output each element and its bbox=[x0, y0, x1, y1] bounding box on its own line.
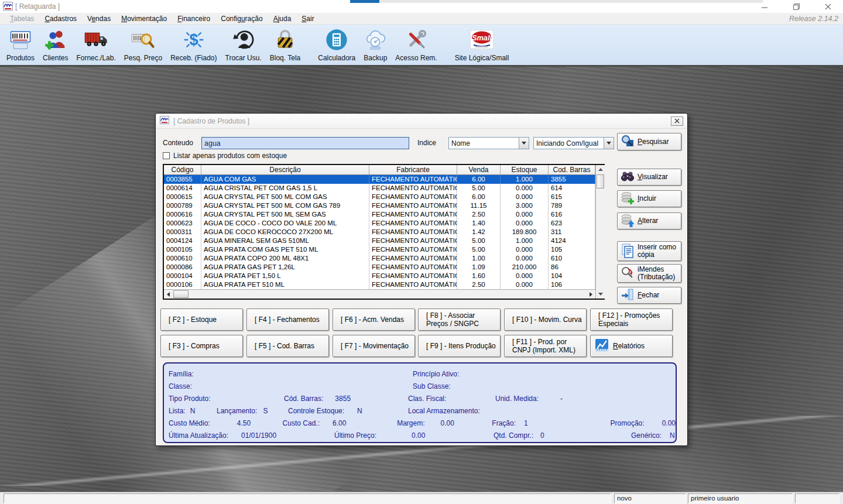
toolbar-receb-fiado[interactable]: $ Receb. (Fiado) bbox=[166, 26, 221, 62]
fkey-button-f8associarpreo[interactable]: [ F8 ] - Associar Preços / SNGPC bbox=[418, 308, 501, 331]
info-field: Custo Cad.:6.00 bbox=[283, 419, 397, 427]
toolbar-site-logica[interactable]: Small Site Lógica/Small bbox=[451, 26, 513, 62]
toolbar-bloq-tela[interactable]: Bloq. Tela bbox=[266, 26, 304, 62]
table-row[interactable]: 0000610AGUA PRATA COPO 200 ML 48X1FECHAM… bbox=[164, 254, 595, 263]
alterar-button[interactable]: Alterar bbox=[617, 212, 681, 229]
visualizar-button[interactable]: Visualizar bbox=[617, 169, 681, 186]
table-row[interactable]: 0000106AGUA PRATA PET 510 MLFECHAMENTO A… bbox=[164, 280, 595, 289]
pesquisar-button[interactable]: Pesquisar bbox=[617, 133, 681, 150]
conteudo-input[interactable] bbox=[201, 137, 409, 149]
fkey-button-f2estoque[interactable]: [ F2 ] - Estoque bbox=[160, 308, 243, 331]
table-row[interactable]: 0000623AGUA DE COCO - COCO DO VALE 200 M… bbox=[164, 219, 595, 228]
fkey-button-f12promoesespe[interactable]: [ F12 ] - Promoções Especiais bbox=[590, 308, 673, 331]
horizontal-scrollbar[interactable] bbox=[164, 289, 595, 299]
table-cell: 0000614 bbox=[164, 184, 201, 193]
info-label: Local Armazenamento: bbox=[408, 407, 480, 415]
table-row[interactable]: 0000616AGUA CRYSTAL PET 500 ML SEM GASFE… bbox=[164, 210, 595, 219]
table-row[interactable]: 0000615AGUA CRYSTAL PET 500 ML COM GASFE… bbox=[164, 193, 595, 201]
column-header[interactable]: Fabricante bbox=[369, 165, 457, 175]
info-label: Sub Classe: bbox=[413, 382, 451, 390]
fkey-button-f5codbarras[interactable]: [ F5 ] - Cod. Barras bbox=[246, 335, 329, 357]
table-row[interactable]: 0000086AGUA PRATA GAS PET 1,26LFECHAMENT… bbox=[164, 263, 595, 272]
table-cell: 311 bbox=[549, 228, 595, 236]
table-cell: 5.00 bbox=[457, 184, 501, 193]
fkey-button-f3compras[interactable]: [ F3 ] - Compras bbox=[160, 335, 243, 357]
fkey-button-f4fechamentos[interactable]: [ F4 ] - Fechamentos bbox=[246, 308, 329, 331]
toolbar-pesq-preco[interactable]: Pesq. Preço bbox=[120, 26, 166, 62]
menu-sair[interactable]: Sair bbox=[296, 13, 319, 24]
toolbar-clientes[interactable]: Clientes bbox=[39, 26, 72, 62]
chevron-down-icon[interactable] bbox=[519, 138, 529, 149]
fkey-button-f10movimcurva[interactable]: [ F10 ] - Movim. Curva bbox=[504, 308, 587, 331]
info-label: Cód. Barras: bbox=[284, 395, 323, 403]
fkey-button-f9itensproduo[interactable]: [ F9 ] - Itens Produção bbox=[418, 335, 501, 357]
menu-movimentacao[interactable]: Movimentação bbox=[116, 13, 172, 24]
menu-ajuda[interactable]: Ajuda bbox=[268, 13, 297, 24]
table-cell: AGUA CRYSTAL PET 500 ML COM GAS 789 bbox=[201, 201, 369, 210]
checkbox-box[interactable] bbox=[163, 152, 170, 159]
toolbar-trocar-usuario[interactable]: Trocar Usu. bbox=[221, 26, 266, 62]
chevron-down-icon[interactable] bbox=[604, 138, 614, 149]
info-label: Custo Médio: bbox=[169, 419, 210, 427]
table-row[interactable]: 0004124AGUA MINERAL SEM GAS 510MLFECHAME… bbox=[164, 236, 595, 245]
restore-button[interactable] bbox=[788, 1, 804, 12]
toolbar-backup[interactable]: Backup bbox=[359, 26, 391, 62]
fechar-button[interactable]: Fechar bbox=[617, 287, 681, 304]
scroll-right-icon[interactable] bbox=[587, 290, 595, 299]
menu-vendas[interactable]: Vendas bbox=[82, 13, 116, 24]
info-row: Última Atualização:01/01/1900Último Preç… bbox=[169, 429, 676, 441]
table-cell: 616 bbox=[549, 210, 595, 219]
dollar-icon: $ bbox=[182, 26, 205, 53]
relatorios-button[interactable]: Relatórios bbox=[590, 335, 673, 357]
info-field: Cód. Barras:3855 bbox=[284, 395, 408, 403]
scroll-left-icon[interactable] bbox=[164, 290, 173, 299]
toolbar-acesso-remoto[interactable]: Acesso Rem. bbox=[391, 26, 441, 62]
column-header[interactable]: Venda bbox=[457, 165, 501, 175]
fkey-button-f11prodporcnpj[interactable]: [ F11 ] - Prod. por CNPJ (Import. XML) bbox=[504, 335, 587, 357]
table-row[interactable]: 0000104AGUA PRATA PET 1,50 LFECHAMENTO A… bbox=[164, 272, 595, 280]
dialog-close-button[interactable] bbox=[671, 116, 683, 126]
binoculars-icon bbox=[621, 170, 635, 184]
table-row[interactable]: 0000105AGUA PRATA COM GAS PET 510 MLFECH… bbox=[164, 245, 595, 254]
table-row[interactable]: 0000789AGUA CRYSTAL PET 500 ML COM GAS 7… bbox=[164, 201, 595, 210]
menu-tabelas[interactable]: Tabelas bbox=[5, 13, 39, 24]
table-row[interactable]: 0000311AGUA DE COCO KEROCOCO 27X200 MLFE… bbox=[164, 228, 595, 236]
scroll-up-icon[interactable] bbox=[596, 165, 605, 174]
column-header[interactable]: Descrição bbox=[201, 165, 369, 175]
match-mode-select[interactable]: Iniciando Com/Igual bbox=[533, 137, 614, 149]
info-field: Sub Classe: bbox=[413, 382, 451, 390]
indice-select[interactable]: Nome bbox=[448, 137, 529, 149]
fkey-button-f6acmvendas[interactable]: [ F6 ] - Acm. Vendas bbox=[333, 308, 415, 331]
column-header[interactable]: Estoque bbox=[501, 165, 549, 175]
imendes-button[interactable]: iMendes (Tributação) bbox=[617, 264, 681, 283]
table-row[interactable]: 0000614AGUA CRISTAL PET COM GAS 1,5 LFEC… bbox=[164, 184, 595, 193]
toolbar-fornecedores[interactable]: Fornec./Lab. bbox=[72, 26, 119, 62]
vscroll-thumb[interactable] bbox=[597, 174, 604, 188]
table-cell: 2.50 bbox=[457, 280, 501, 289]
table-cell: 610 bbox=[549, 254, 595, 263]
info-value: 4.50 bbox=[237, 419, 251, 427]
menu-cadastros[interactable]: Cadastros bbox=[39, 13, 82, 24]
menu-financeiro[interactable]: Financeiro bbox=[172, 13, 215, 24]
info-label: Controle Estoque: bbox=[288, 407, 344, 415]
info-label: Custo Cad.: bbox=[283, 419, 320, 427]
incluir-button[interactable]: Incluir bbox=[617, 190, 681, 207]
hscroll-thumb[interactable] bbox=[173, 290, 189, 298]
close-button[interactable] bbox=[820, 1, 836, 12]
column-header[interactable]: Código bbox=[164, 165, 201, 175]
inserir-copia-button[interactable]: Inserir como cópia bbox=[617, 241, 681, 261]
toolbar-calculadora[interactable]: Calculadora bbox=[314, 26, 359, 62]
menu-configuracao[interactable]: Configuração bbox=[215, 13, 268, 24]
table-row[interactable]: 0003855AGUA COM GASFECHAMENTO AUTOMÁTICO… bbox=[164, 175, 595, 184]
table-cell: 86 bbox=[549, 263, 595, 272]
toolbar-label: Produtos bbox=[6, 54, 35, 62]
toolbar-produtos[interactable]: Produtos bbox=[2, 26, 39, 62]
padlock-icon bbox=[273, 26, 297, 53]
estoque-filter-checkbox[interactable]: Listar apenas produtos com estoque bbox=[163, 152, 287, 160]
minimize-button[interactable] bbox=[756, 1, 773, 12]
scroll-down-icon[interactable] bbox=[596, 290, 605, 299]
table-cell: FECHAMENTO AUTOMÁTICO bbox=[369, 272, 457, 280]
vertical-scrollbar[interactable] bbox=[595, 165, 605, 299]
fkey-button-f7movimentao[interactable]: [ F7 ] - Movimentação bbox=[333, 335, 415, 357]
column-header[interactable]: Cod. Barras bbox=[549, 165, 595, 175]
